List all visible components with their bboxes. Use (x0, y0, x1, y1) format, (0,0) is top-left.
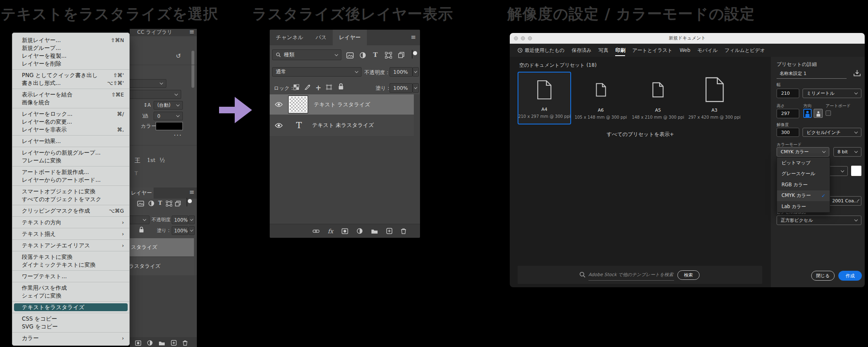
preset-card-a4[interactable]: A4 210 x 297 mm @ 300 ppi (518, 72, 571, 124)
reset-icon[interactable]: ↺ (176, 52, 181, 60)
tab-cc-libraries[interactable]: CC ライブラリ (137, 29, 172, 36)
ordinals-icon[interactable]: 1st (147, 157, 155, 163)
filter-image-icon[interactable] (137, 201, 144, 206)
menu-item[interactable]: テキストアンチエイリアス › (12, 241, 129, 249)
menu-item[interactable]: アートボードを新規作成... (12, 168, 129, 176)
menu-item[interactable]: すべてのオブジェクトをマスク (12, 195, 129, 203)
filter-shape-icon[interactable] (166, 201, 172, 206)
dropdown-option[interactable]: グレースケール (777, 169, 830, 180)
fractions-icon[interactable]: ½ (159, 157, 165, 164)
menu-item[interactable]: レイヤーからのアートボード... (12, 176, 129, 184)
menu-item[interactable]: 表示レイヤーを結合 ⇧⌘E (12, 91, 129, 98)
more-options-icon[interactable]: ... (174, 130, 182, 137)
panel-menu-icon[interactable]: ≡ (189, 28, 194, 35)
dropdown-option[interactable]: RGB カラー (777, 179, 830, 190)
fill-value[interactable]: 100% (172, 226, 188, 235)
delete-layer-icon[interactable] (401, 228, 406, 234)
delete-layer-icon[interactable] (182, 340, 188, 346)
fill-dropdown-button[interactable] (413, 83, 419, 93)
filter-type-icon[interactable]: T (158, 200, 162, 206)
menu-item[interactable]: 新規グループ... (12, 44, 129, 52)
tracking-dropdown[interactable]: 0 (154, 112, 183, 120)
lock-pixels-icon[interactable] (304, 84, 311, 90)
opacity-dropdown-button[interactable] (413, 67, 419, 77)
menu-item[interactable]: レイヤーからの新規グループ... (12, 149, 129, 157)
pixel-ratio-dropdown[interactable]: 正方形ピクセル (777, 216, 861, 225)
minimize-window-icon[interactable] (521, 36, 525, 40)
menu-item[interactable]: CSS をコピー (12, 315, 129, 323)
panel-menu-icon[interactable]: ≡ (411, 33, 416, 41)
menu-item[interactable]: フレームに変換 (12, 157, 129, 164)
preset-card-a3[interactable]: A3 297 x 420 mm @ 300 ppi (688, 72, 741, 124)
resolution-input[interactable]: 300 (777, 128, 799, 137)
menu-item[interactable]: 段落テキストに変換 (12, 253, 129, 261)
menu-item[interactable]: レイヤーを削除 (12, 60, 129, 68)
menu-item[interactable]: 画像を統合 (12, 98, 129, 106)
menu-item[interactable]: クリッピングマスクを作成 ⌥⌘G (12, 207, 129, 215)
layer-row-rasterized[interactable]: テキスト ラスタライズ (270, 94, 414, 115)
dialog-tab[interactable]: フィルムとビデオ (725, 44, 765, 57)
layer-style-icon[interactable]: fx (328, 228, 333, 234)
panel-tab[interactable]: チャンネル (270, 30, 310, 45)
filter-adjustment-icon[interactable] (359, 52, 366, 59)
resolution-unit-dropdown[interactable]: ピクセル/インチ (803, 128, 861, 137)
unit-dropdown[interactable]: ミリメートル (803, 89, 861, 98)
menu-item[interactable]: テキストの方向 › (12, 218, 129, 226)
link-layers-icon[interactable] (313, 229, 320, 233)
blend-mode-dropdown[interactable]: 通常 (272, 67, 362, 77)
dialog-tab[interactable]: モバイル (698, 44, 718, 57)
menu-item[interactable]: レイヤー効果... (12, 137, 129, 145)
menu-item[interactable]: レイヤーを複製... (12, 52, 129, 60)
menu-item[interactable]: 新規レイヤー... ⇧⌘N (12, 36, 129, 44)
layers-menu-icon[interactable]: ≡ (189, 188, 194, 196)
dialog-tab[interactable]: 印刷 (615, 44, 625, 57)
menu-item[interactable]: 作業用パスを作成 (12, 284, 129, 292)
filter-smart-object-icon[interactable] (398, 52, 404, 58)
dropdown-option[interactable]: Lab カラー (777, 201, 830, 212)
new-group-icon[interactable] (159, 340, 165, 346)
adjustment-layer-icon[interactable] (357, 228, 363, 234)
dialog-tab[interactable]: 最近使用したもの (518, 44, 565, 57)
filter-adjustment-icon[interactable] (148, 200, 154, 206)
save-preset-icon[interactable] (853, 70, 861, 77)
eye-icon[interactable] (275, 123, 283, 128)
menu-item[interactable]: テキストをラスタライズ (14, 303, 128, 311)
opacity-value[interactable]: 100% (172, 216, 188, 224)
layer-row-selected[interactable]: スタライズ (130, 238, 194, 256)
adjustment-layer-icon[interactable] (147, 340, 153, 346)
lock-all-icon[interactable] (139, 227, 144, 233)
orientation-landscape-button[interactable] (814, 109, 823, 118)
dropdown-option[interactable]: ビットマップ (777, 157, 830, 169)
dropdown-option[interactable]: CMYK カラー ✓ (777, 190, 830, 202)
window-controls[interactable] (514, 36, 532, 40)
close-window-icon[interactable] (514, 36, 518, 40)
add-mask-icon[interactable] (341, 228, 348, 234)
fill-value[interactable]: 100% (390, 83, 413, 93)
touch-type-icon[interactable]: T (135, 170, 138, 176)
panel-tab[interactable]: パス (310, 30, 333, 45)
preset-card-a5[interactable]: A5 148 x 210 mm @ 300 ppi (631, 72, 685, 124)
new-group-icon[interactable] (371, 228, 378, 234)
create-button[interactable]: 作成 (838, 271, 862, 281)
filter-smart-object-icon[interactable] (175, 201, 181, 206)
dialog-tab[interactable]: アートとイラスト (632, 44, 672, 57)
new-layer-icon[interactable] (171, 340, 177, 346)
opentype-feature-icon[interactable]: 王 (135, 157, 140, 164)
filter-type-icon[interactable]: T (373, 51, 378, 59)
layer-row[interactable]: ラスタライズ (130, 258, 194, 275)
dialog-tab[interactable]: 保存済み (572, 44, 591, 57)
canvas-color-swatch[interactable] (851, 166, 861, 176)
menu-item[interactable]: テキスト揃え › (12, 230, 129, 238)
add-mask-icon[interactable] (135, 340, 141, 346)
menu-item[interactable]: レイヤー名の変更... (12, 118, 129, 126)
bit-depth-dropdown[interactable]: 8 bit (833, 147, 861, 157)
filter-shape-icon[interactable] (385, 52, 392, 59)
eye-icon[interactable] (275, 102, 283, 107)
new-layer-icon[interactable] (386, 228, 392, 234)
blend-mode-dropdown[interactable] (130, 216, 149, 224)
menu-item[interactable]: カラー › (12, 334, 129, 342)
layer-row-type[interactable]: T テキスト 未ラスタライズ (270, 115, 414, 136)
menu-item[interactable]: ダイナミックテキストに変換 (12, 261, 129, 269)
color-mode-dropdown[interactable]: CMYK カラー (777, 147, 829, 157)
lock-artboard-icon[interactable] (326, 84, 332, 90)
